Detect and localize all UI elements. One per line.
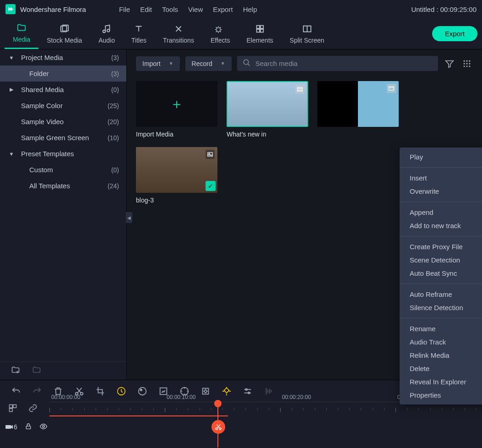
filter-icon[interactable]	[444, 58, 455, 70]
sidebar-item[interactable]: All Templates(24)	[0, 178, 126, 194]
redo-icon[interactable]	[32, 386, 42, 396]
timeline-mode-icon[interactable]	[8, 404, 17, 414]
caret-icon: ▼	[7, 151, 16, 157]
svg-point-2	[103, 30, 106, 33]
sidebar-count: (3)	[111, 54, 119, 61]
search-wrap	[237, 56, 438, 71]
eye-icon[interactable]	[39, 422, 48, 432]
media-clip[interactable]: What's new in	[227, 81, 308, 138]
svg-point-16	[466, 63, 467, 64]
menu-edit[interactable]: Edit	[140, 5, 152, 13]
new-folder-icon[interactable]	[11, 366, 20, 376]
project-info: Untitled : 00:09:25:00	[411, 5, 477, 13]
split-badge-icon[interactable]	[211, 420, 225, 434]
export-button[interactable]: Export	[432, 26, 477, 41]
menubar: File Edit Tools View Export Help	[119, 5, 257, 13]
tab-audio[interactable]: Audio	[90, 18, 123, 49]
tab-split-screen[interactable]: Split Screen	[282, 18, 332, 49]
sidebar-item[interactable]: Sample Green Screen(10)	[0, 130, 126, 146]
svg-point-3	[107, 29, 110, 31]
lock-icon[interactable]	[25, 423, 32, 432]
app-name: Wondershare Filmora	[20, 5, 86, 13]
speed-icon[interactable]	[116, 386, 126, 396]
content-area: ◀ Import▼ Record▼ ＋ Import Media What's …	[126, 49, 482, 380]
sidebar-footer	[0, 361, 126, 380]
svg-point-15	[464, 63, 465, 64]
sidebar-count: (24)	[108, 182, 119, 190]
sidebar-count: (10)	[108, 134, 119, 142]
sidebar-count: (3)	[111, 70, 119, 77]
crop-icon[interactable]	[95, 386, 105, 396]
context-menu-item[interactable]: Play	[400, 150, 482, 164]
context-menu-item[interactable]: Add to new track	[400, 219, 482, 232]
svg-point-51	[43, 425, 45, 427]
media-clip[interactable]	[317, 81, 399, 138]
tab-stock-media[interactable]: Stock Media	[38, 18, 90, 49]
sidebar-item[interactable]: Sample Video(20)	[0, 114, 126, 130]
context-menu-item[interactable]: Reveal In ExplorerCtrl+Shift+R	[400, 375, 482, 388]
sidebar-item[interactable]: Custom(0)	[0, 162, 126, 178]
menu-view[interactable]: View	[188, 5, 203, 13]
grid-view-icon[interactable]	[461, 58, 473, 70]
audio-mixer-icon[interactable]	[264, 386, 274, 396]
sidebar-item[interactable]: ▼Preset Templates	[0, 146, 126, 162]
adjust-icon[interactable]	[243, 386, 253, 396]
tab-elements[interactable]: Elements	[238, 18, 281, 49]
titlebar: Wondershare Filmora File Edit Tools View…	[0, 0, 482, 18]
color-icon[interactable]	[137, 386, 147, 396]
svg-point-17	[469, 63, 470, 64]
context-menu-item[interactable]: RenameF2	[400, 322, 482, 335]
menu-help[interactable]: Help	[243, 5, 257, 13]
import-media-tile[interactable]: ＋ Import Media	[136, 81, 217, 138]
tab-media[interactable]: Media	[5, 18, 38, 49]
context-menu-item[interactable]: Relink Media	[400, 349, 482, 362]
tab-titles[interactable]: Titles	[123, 18, 155, 49]
context-menu-item[interactable]: Scene Detection	[400, 253, 482, 267]
timeline[interactable]: 00:00:00:0000:00:10:0000:00:20:0000:00:3…	[0, 402, 482, 448]
menu-export[interactable]: Export	[213, 5, 233, 13]
svg-point-32	[140, 389, 142, 391]
tab-effects[interactable]: Effects	[202, 18, 238, 49]
svg-rect-7	[260, 29, 263, 32]
context-menu-item[interactable]: Auto Reframe	[400, 288, 482, 301]
sidebar-label: Sample Color	[21, 102, 108, 109]
context-menu-item[interactable]: OverwriteShift+O	[400, 185, 482, 198]
sidebar-item[interactable]: ▼Project Media(3)	[0, 49, 126, 66]
sidebar-count: (0)	[111, 86, 119, 93]
import-dropdown[interactable]: Import▼	[136, 56, 180, 71]
context-menu-item[interactable]: Silence Detection	[400, 301, 482, 314]
keyframe-icon[interactable]	[200, 386, 211, 396]
folder-icon[interactable]	[32, 366, 41, 376]
svg-rect-6	[256, 29, 259, 32]
chevron-down-icon: ▼	[221, 61, 225, 66]
media-clip[interactable]: ✓ blog-3	[136, 147, 217, 204]
tab-transitions[interactable]: Transitions	[155, 18, 202, 49]
context-menu-item[interactable]: Auto Beat Sync	[400, 267, 482, 280]
context-menu-item[interactable]: Properties	[400, 388, 482, 402]
undo-icon[interactable]	[11, 386, 21, 396]
sidebar-item[interactable]: Sample Color(25)	[0, 98, 126, 114]
sidebar-label: Sample Green Screen	[21, 134, 108, 142]
chevron-down-icon: ▼	[169, 61, 173, 66]
sidebar-label: Folder	[29, 70, 111, 77]
project-timecode: 00:09:25:00	[440, 5, 477, 13]
sidebar-count: (25)	[108, 102, 119, 109]
video-badge-icon	[387, 84, 396, 93]
menu-file[interactable]: File	[119, 5, 130, 13]
sidebar-item[interactable]: ▶Shared Media(0)	[0, 82, 126, 98]
sidebar-collapse-handle[interactable]: ◀	[126, 212, 132, 223]
context-menu-item[interactable]: Append	[400, 206, 482, 219]
svg-point-14	[469, 60, 470, 61]
context-menu-item[interactable]: Create Proxy File	[400, 240, 482, 253]
sidebar-item[interactable]: Folder(3)	[0, 66, 126, 82]
context-menu-item[interactable]: InsertShift+I	[400, 171, 482, 185]
record-dropdown[interactable]: Record▼	[185, 56, 232, 71]
menu-tools[interactable]: Tools	[162, 5, 178, 13]
search-input[interactable]	[255, 60, 433, 67]
add-marker-icon[interactable]	[222, 386, 232, 396]
svg-line-11	[248, 64, 250, 66]
link-icon[interactable]	[28, 404, 38, 414]
context-menu-item[interactable]: DeleteDel	[400, 362, 482, 375]
context-menu-item[interactable]: Audio Track▶	[400, 335, 482, 349]
sidebar-label: Custom	[29, 166, 111, 174]
